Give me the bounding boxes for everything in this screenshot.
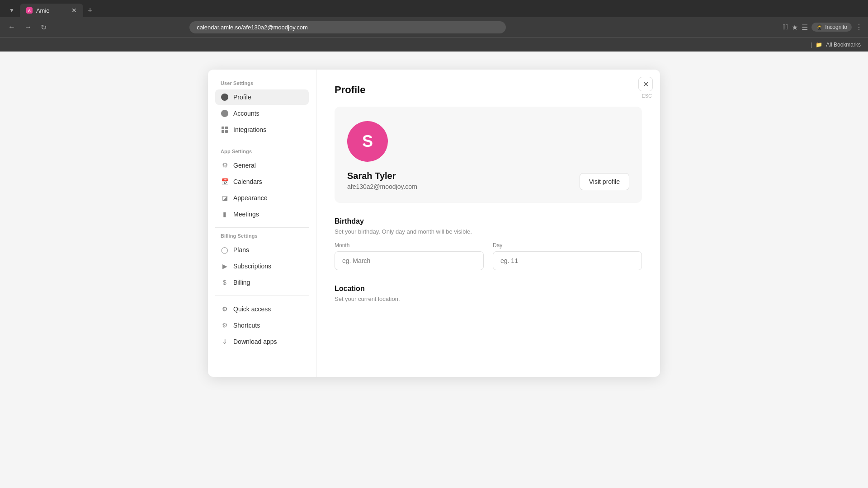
birthday-row: Month Day — [335, 242, 642, 270]
billing-icon: $ — [221, 278, 229, 286]
settings-sidebar: User Settings Profile Accounts — [208, 70, 316, 377]
settings-modal: User Settings Profile Accounts — [208, 70, 660, 377]
location-description: Set your current location. — [335, 296, 642, 302]
calendars-icon: 📅 — [221, 178, 229, 186]
forward-button[interactable]: → — [22, 21, 34, 33]
day-field: Day — [493, 242, 642, 270]
sidebar-item-calendars[interactable]: 📅 Calendars — [215, 174, 309, 189]
sidebar-label-billing: Billing — [233, 279, 250, 286]
toolbar-right: 👁̸ ★ ☰ 🥷 Incognito ⋮ — [783, 23, 863, 32]
tab-title: Amie — [36, 7, 50, 14]
sidebar-label-download-apps: Download apps — [233, 338, 277, 345]
incognito-icon: 🥷 — [816, 24, 823, 30]
sidebar-label-plans: Plans — [233, 246, 249, 253]
sidebar-label-calendars: Calendars — [233, 178, 262, 185]
day-input[interactable] — [493, 251, 642, 270]
month-input[interactable] — [335, 251, 484, 270]
profile-icon — [221, 93, 229, 101]
sidebar-divider-2 — [215, 227, 309, 228]
new-tab-button[interactable]: + — [83, 4, 97, 17]
page-title: Profile — [335, 84, 642, 96]
bookmarks-folder-icon: 📁 — [816, 42, 822, 48]
avatar-letter: S — [362, 132, 373, 151]
browser-toolbar: ← → ↻ 👁̸ ★ ☰ 🥷 Incognito ⋮ — [0, 17, 868, 37]
page-content: User Settings Profile Accounts — [0, 52, 868, 488]
general-icon: ⚙ — [221, 161, 229, 169]
sidebar-item-plans[interactable]: ◯ Plans — [215, 242, 309, 258]
quick-access-icon: ⚙ — [221, 305, 229, 313]
user-settings-heading: User Settings — [215, 80, 309, 89]
sidebar-item-billing[interactable]: $ Billing — [215, 275, 309, 290]
incognito-label: Incognito — [825, 24, 847, 30]
sidebar-item-meetings[interactable]: ▮ Meetings — [215, 206, 309, 222]
sidebar-label-integrations: Integrations — [233, 126, 266, 133]
birthday-section: Birthday Set your birthday. Only day and… — [335, 217, 642, 270]
integrations-icon — [221, 126, 229, 134]
sidebar-divider-1 — [215, 143, 309, 143]
sidebar-divider-3 — [215, 296, 309, 296]
accounts-icon — [221, 109, 229, 117]
bookmarks-bar: | 📁 All Bookmarks — [0, 37, 868, 52]
sidebar-item-subscriptions[interactable]: ▶ Subscriptions — [215, 258, 309, 274]
month-field: Month — [335, 242, 484, 270]
bookmarks-bar-spacer: | — [811, 41, 812, 48]
sidebar-item-appearance[interactable]: ◪ Appearance — [215, 190, 309, 206]
close-button[interactable]: ✕ — [638, 77, 653, 91]
subscriptions-icon: ▶ — [221, 262, 229, 270]
sidebar-label-meetings: Meetings — [233, 211, 259, 218]
sidebar-item-accounts[interactable]: Accounts — [215, 106, 309, 121]
tab-list-arrow[interactable]: ▼ — [6, 6, 17, 14]
sidebar-label-subscriptions: Subscriptions — [233, 263, 271, 270]
tab-bar: ▼ A Amie ✕ + — [0, 0, 868, 17]
day-label: Day — [493, 242, 642, 249]
billing-settings-heading: Billing Settings — [215, 233, 309, 242]
sidebar-item-shortcuts[interactable]: ⚙ Shortcuts — [215, 318, 309, 333]
address-bar[interactable] — [189, 21, 506, 33]
birthday-description: Set your birthday. Only day and month wi… — [335, 228, 642, 235]
sidebar-item-quick-access[interactable]: ⚙ Quick access — [215, 301, 309, 317]
shortcuts-icon: ⚙ — [221, 321, 229, 329]
sidebar-label-appearance: Appearance — [233, 194, 268, 202]
all-bookmarks[interactable]: All Bookmarks — [826, 42, 861, 48]
profile-email: afe130a2@moodjoy.com — [347, 183, 417, 190]
sidebar-label-general: General — [233, 162, 256, 169]
plans-icon: ◯ — [221, 246, 229, 254]
visit-profile-button[interactable]: Visit profile — [580, 173, 629, 190]
main-content: Profile S Sarah Tyler afe130a2@moodjoy.c… — [316, 70, 660, 377]
avatar: S — [347, 121, 388, 162]
sidebar-item-integrations[interactable]: Integrations — [215, 122, 309, 137]
menu-icon[interactable]: ⋮ — [855, 23, 863, 32]
birthday-title: Birthday — [335, 217, 642, 225]
active-tab[interactable]: A Amie ✕ — [20, 4, 83, 17]
sidebar-label-profile: Profile — [233, 94, 251, 101]
sidebar-label-quick-access: Quick access — [233, 305, 271, 313]
meetings-icon: ▮ — [221, 210, 229, 218]
sidebar-item-general[interactable]: ⚙ General — [215, 158, 309, 173]
tab-favicon: A — [26, 7, 33, 14]
star-icon[interactable]: ★ — [792, 23, 798, 32]
app-settings-heading: App Settings — [215, 149, 309, 158]
download-icon: ⇓ — [221, 338, 229, 346]
profile-name: Sarah Tyler — [347, 171, 417, 181]
sidebar-icon[interactable]: ☰ — [802, 23, 808, 32]
browser-chrome: ▼ A Amie ✕ + ← → ↻ 👁̸ ★ ☰ 🥷 Incognito ⋮ … — [0, 0, 868, 52]
sidebar-item-profile[interactable]: Profile — [215, 89, 309, 105]
sidebar-item-download-apps[interactable]: ⇓ Download apps — [215, 334, 309, 349]
appearance-icon: ◪ — [221, 194, 229, 202]
profile-card: S Sarah Tyler afe130a2@moodjoy.com Visit… — [335, 107, 642, 203]
grid-icon — [222, 127, 228, 133]
esc-label: ESC — [642, 93, 652, 99]
incognito-badge[interactable]: 🥷 Incognito — [811, 23, 852, 32]
sidebar-label-shortcuts: Shortcuts — [233, 322, 260, 329]
profile-info: S Sarah Tyler afe130a2@moodjoy.com — [347, 121, 417, 190]
tab-close-button[interactable]: ✕ — [71, 7, 77, 14]
location-section: Location Set your current location. — [335, 285, 642, 302]
reload-button[interactable]: ↻ — [38, 21, 49, 33]
eye-slash-icon: 👁̸ — [783, 23, 788, 31]
sidebar-label-accounts: Accounts — [233, 110, 259, 117]
month-label: Month — [335, 242, 484, 249]
back-button[interactable]: ← — [5, 21, 18, 33]
location-title: Location — [335, 285, 642, 293]
